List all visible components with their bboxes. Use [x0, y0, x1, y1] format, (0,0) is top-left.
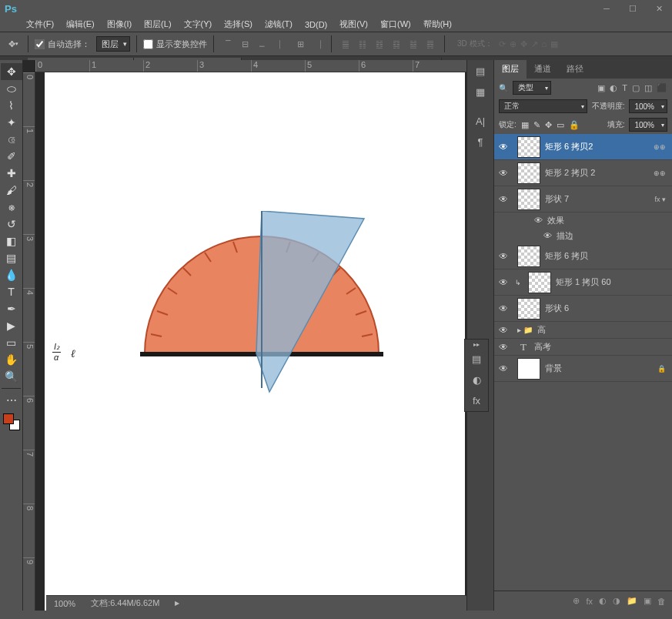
link-layers-icon[interactable]: ⊕	[573, 596, 580, 606]
align-left-icon[interactable]: ⎸	[276, 36, 291, 52]
visibility-icon[interactable]: 👁	[494, 363, 513, 374]
layer-row[interactable]: 👁 背景 🔒	[494, 356, 672, 382]
menu-select[interactable]: 选择(S)	[219, 17, 257, 32]
blur-tool[interactable]: 💧	[1, 266, 22, 283]
layer-row[interactable]: 👁 矩形 6 拷贝	[494, 243, 672, 269]
styles-icon[interactable]: fx	[465, 390, 488, 410]
pen-tool[interactable]: ✒	[1, 300, 22, 317]
menu-view[interactable]: 视图(V)	[335, 17, 373, 32]
link-icon[interactable]: ⊕⊕	[654, 143, 666, 151]
3d-roll-icon[interactable]: ⊕	[510, 39, 517, 49]
lock-move-icon[interactable]: ✥	[545, 120, 552, 130]
move-tool-icon[interactable]: ✥▾	[5, 35, 22, 52]
foreground-color[interactable]	[3, 413, 14, 424]
crop-tool[interactable]: ⟃	[1, 131, 22, 148]
new-layer-icon[interactable]: ▣	[644, 596, 651, 606]
visibility-icon[interactable]: 👁	[494, 251, 513, 262]
visibility-icon[interactable]: 👁	[494, 342, 513, 353]
zoom-tool[interactable]: 🔍	[1, 368, 22, 385]
tab-channels[interactable]: 通道	[527, 60, 559, 79]
filter-adjust-icon[interactable]: ◐	[610, 83, 617, 93]
hand-tool[interactable]: ✋	[1, 351, 22, 368]
ruler-horizontal[interactable]: 01234567	[35, 60, 466, 72]
maximize-button[interactable]: ☐	[620, 0, 646, 17]
lock-all-icon[interactable]: 🔒	[569, 120, 580, 130]
3d-pan-icon[interactable]: ✥	[520, 39, 527, 49]
align-hcenter-icon[interactable]: ⊞	[293, 36, 308, 52]
3d-zoom-icon[interactable]: ⌂	[542, 39, 547, 49]
lock-brush-icon[interactable]: ✎	[533, 120, 540, 130]
stamp-tool[interactable]: ⎈	[1, 199, 22, 216]
layer-row[interactable]: 👁 矩形 6 拷贝2 ⊕⊕	[494, 134, 672, 160]
layer-effect[interactable]: 👁描边	[494, 228, 672, 243]
mask-icon[interactable]: ◐	[599, 596, 607, 606]
menu-layer[interactable]: 图层(L)	[139, 17, 176, 32]
layer-thumb[interactable]	[517, 358, 540, 380]
canvas[interactable]: I₂ α ℓ	[45, 72, 465, 611]
auto-select-checkbox[interactable]	[35, 39, 45, 49]
lock-artboard-icon[interactable]: ▭	[557, 120, 564, 130]
opacity-input[interactable]: 100%	[629, 99, 667, 113]
eyedropper-tool[interactable]: ✐	[1, 148, 22, 165]
filter-pixel-icon[interactable]: ▣	[597, 83, 605, 93]
menu-window[interactable]: 窗口(W)	[376, 17, 416, 32]
minimize-button[interactable]: ─	[593, 0, 620, 17]
tab-layers[interactable]: 图层	[494, 60, 527, 79]
filter-shape-icon[interactable]: ▢	[632, 83, 640, 93]
lasso-tool[interactable]: ⌇	[1, 97, 22, 114]
layer-thumb[interactable]	[517, 246, 540, 267]
layer-thumb[interactable]	[517, 136, 540, 158]
color-swatches[interactable]	[3, 413, 20, 430]
path-select-tool[interactable]: ▶	[1, 317, 22, 334]
align-top-icon[interactable]: ⎺	[220, 36, 236, 52]
menu-edit[interactable]: 编辑(E)	[62, 17, 99, 32]
filter-toggle-icon[interactable]: ⬛	[657, 83, 667, 93]
tab-paths[interactable]: 路径	[559, 60, 591, 79]
menu-help[interactable]: 帮助(H)	[419, 17, 456, 32]
3d-slide-icon[interactable]: ↗	[531, 39, 538, 49]
visibility-icon[interactable]: 👁	[494, 142, 513, 152]
layer-thumb[interactable]	[517, 298, 540, 320]
gradient-tool[interactable]: ▤	[1, 249, 22, 266]
dock-collapse-icon[interactable]: ▸▸	[465, 340, 488, 348]
layer-row[interactable]: 👁 矩形 2 拷贝 2 ⊕⊕	[494, 160, 672, 186]
history-panel-icon[interactable]: ▤	[469, 61, 492, 81]
heal-tool[interactable]: ✚	[1, 165, 22, 182]
marquee-tool[interactable]: ⬭	[1, 80, 22, 97]
link-icon[interactable]: ⊕⊕	[654, 169, 666, 177]
visibility-icon[interactable]: 👁	[494, 277, 513, 288]
delete-icon[interactable]: 🗑	[657, 597, 666, 606]
edit-toolbar[interactable]: ⋯	[1, 392, 22, 409]
fx-badge[interactable]: fx ▾	[654, 196, 666, 203]
filter-type-icon[interactable]: T	[622, 83, 627, 93]
fill-input[interactable]: 100%	[629, 118, 667, 132]
3d-orbit-icon[interactable]: ⟳	[499, 39, 506, 49]
layer-row[interactable]: 👁 ↳ 矩形 1 拷贝 60	[494, 269, 672, 296]
visibility-icon[interactable]: 👁	[494, 325, 513, 336]
doc-size[interactable]: 文档:6.44M/6.62M	[91, 597, 159, 609]
layer-effect[interactable]: 👁效果	[494, 212, 672, 228]
fx-icon[interactable]: fx	[586, 597, 593, 606]
3d-extra-icon[interactable]: ▦	[550, 39, 558, 49]
adjustment-icon[interactable]: ◑	[613, 596, 620, 606]
move-tool[interactable]: ✥	[1, 63, 22, 80]
layer-row[interactable]: 👁 形状 7 fx ▾	[494, 186, 672, 212]
lock-pixels-icon[interactable]: ▦	[521, 120, 529, 130]
filter-smart-icon[interactable]: ◫	[644, 83, 652, 93]
layer-thumb[interactable]	[517, 189, 540, 210]
folder-icon[interactable]: ▸ 📁	[517, 326, 533, 334]
type-tool[interactable]: T	[1, 283, 22, 300]
adjust-icon[interactable]: ◐	[465, 370, 488, 390]
layer-row[interactable]: 👁 形状 6	[494, 296, 672, 322]
visibility-icon[interactable]: 👁	[494, 194, 513, 205]
eraser-tool[interactable]: ◧	[1, 233, 22, 249]
menu-filter[interactable]: 滤镜(T)	[260, 17, 297, 32]
group-icon[interactable]: 📁	[627, 596, 637, 606]
shape-tool[interactable]: ▭	[1, 334, 22, 351]
close-button[interactable]: ✕	[646, 0, 672, 17]
swatches-panel-icon[interactable]: ▦	[469, 82, 492, 102]
character-panel-icon[interactable]: A|	[469, 111, 492, 131]
brush-tool[interactable]: 🖌	[1, 182, 22, 199]
floating-dock[interactable]: ▸▸ ▤ ◐ fx	[464, 339, 489, 412]
layer-thumb[interactable]	[517, 162, 540, 184]
